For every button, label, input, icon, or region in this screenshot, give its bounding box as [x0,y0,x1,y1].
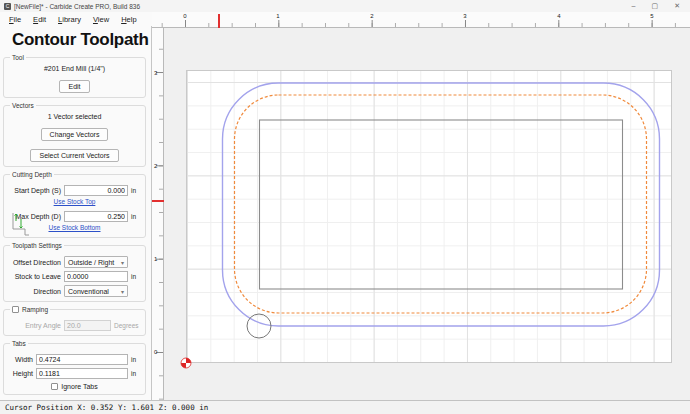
contour-toolpath-panel: Contour Toolpath Tool #201 End Mill (1/4… [0,26,152,400]
menu-file[interactable]: File [4,14,26,25]
vectors-group: Vectors 1 Vector selected Change Vectors… [3,105,146,167]
entry-angle-input [64,320,111,331]
entry-angle-unit: Degrees [114,322,140,329]
ignore-tabs-checkbox[interactable] [51,383,58,390]
tabs-group: Tabs Width in Height in Ignore Tabs [3,343,146,395]
hruler-tick-label: 2 [370,13,373,19]
stock-to-leave-input[interactable] [64,271,128,282]
vruler-tick-label: 3 [154,70,157,76]
window-title: [NewFile]* - Carbide Create PRO, Build 8… [14,3,632,10]
inner-rectangle-vector[interactable] [260,120,623,289]
tabs-group-label: Tabs [10,340,28,347]
maximize-button[interactable]: ▢ [652,0,659,12]
tab-width-input[interactable] [36,354,128,365]
offset-direction-label: Offset Direction [9,259,61,266]
menu-view[interactable]: View [88,14,114,25]
edit-tool-button[interactable]: Edit [59,80,89,93]
start-depth-unit: in [131,187,140,194]
hruler-tick-label: 5 [650,13,653,19]
menu-bar: File Edit Library View Help [0,12,152,26]
depth-diagram-icon [9,211,31,241]
ramping-label: Ramping [22,306,48,313]
ramping-group: Ramping Entry Angle Degrees [3,309,146,336]
minimize-button[interactable]: – [632,0,636,12]
toolpath-settings-group: Toolpath Settings Offset Direction Outsi… [3,245,146,302]
stock-to-leave-unit: in [131,273,140,280]
selected-vector-rounded-rect[interactable] [235,95,647,313]
status-bar: Cursor Position X: 0.352 Y: 1.601 Z: 0.0… [0,400,690,414]
hruler-tick-label: 0 [183,13,186,19]
tool-group: Tool #201 End Mill (1/4") Edit [3,57,146,98]
chevron-down-icon: ▾ [121,288,124,295]
toolpath-settings-group-label: Toolpath Settings [10,242,64,249]
start-depth-label: Start Depth (S) [9,187,61,194]
select-current-vectors-button[interactable]: Select Current Vectors [30,149,118,162]
direction-select[interactable]: Conventional ▾ [64,285,128,297]
max-depth-input[interactable] [64,211,128,222]
vectors-group-label: Vectors [10,102,36,109]
entry-angle-label: Entry Angle [9,322,61,329]
use-stock-top-link[interactable]: Use Stock Top [7,198,142,205]
app-window: C [NewFile]* - Carbide Create PRO, Build… [0,0,690,414]
horizontal-ruler: 0 1 2 3 4 5 [152,12,690,28]
tab-height-input[interactable] [36,368,128,379]
page-title: Contour Toolpath [12,30,151,50]
close-button[interactable]: ✕ [674,0,680,12]
tab-width-label: Width [9,356,33,363]
vertical-ruler: 3 2 1 0 [152,28,164,400]
change-vectors-button[interactable]: Change Vectors [41,128,109,141]
app-icon: C [4,3,11,10]
cutting-depth-group-label: Cutting Depth [10,171,54,178]
vectors-selected-text: 1 Vector selected [7,113,142,120]
tab-height-unit: in [131,370,140,377]
menu-library[interactable]: Library [53,14,86,25]
hruler-tick-label: 1 [276,13,279,19]
ignore-tabs-label: Ignore Tabs [61,383,97,390]
cursor-x-indicator [218,14,220,28]
tab-height-label: Height [9,370,33,377]
title-bar: C [NewFile]* - Carbide Create PRO, Build… [0,0,690,12]
start-depth-input[interactable] [64,185,128,196]
tab-width-unit: in [131,356,140,363]
ramping-checkbox[interactable] [12,306,19,313]
design-canvas[interactable] [164,28,690,400]
origin-marker [181,358,191,368]
stock-to-leave-label: Stock to Leave [9,273,61,280]
max-depth-unit: in [131,213,140,220]
direction-value: Conventional [68,288,109,295]
menu-help[interactable]: Help [116,14,141,25]
chevron-down-icon: ▾ [121,259,124,266]
vruler-tick-label: 0 [154,349,157,355]
circle-vector[interactable] [247,314,271,338]
vector-shapes-layer [164,28,690,400]
offset-direction-value: Outside / Right [68,259,114,266]
hruler-tick-label: 4 [557,13,560,19]
tool-group-label: Tool [10,54,26,61]
vruler-tick-label: 1 [154,256,157,262]
menu-edit[interactable]: Edit [28,14,51,25]
cursor-position-readout: Cursor Position X: 0.352 Y: 1.601 Z: 0.0… [0,403,208,412]
hruler-tick-label: 3 [463,13,466,19]
cursor-y-indicator [152,200,164,202]
cutting-depth-group: Cutting Depth Start Depth (S) in Use Sto… [3,174,146,238]
offset-direction-select[interactable]: Outside / Right ▾ [64,256,128,268]
direction-label: Direction [9,288,61,295]
vruler-tick-label: 2 [154,163,157,169]
tool-name: #201 End Mill (1/4") [7,65,142,72]
